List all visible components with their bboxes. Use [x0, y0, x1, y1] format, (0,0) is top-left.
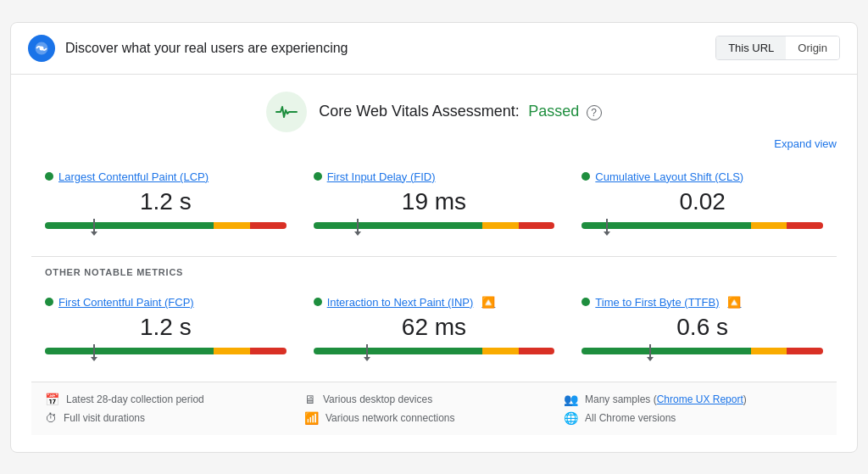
- metric-label[interactable]: Time to First Byte (TTFB) 🔼: [581, 296, 823, 309]
- metric-label-text: First Contentful Paint (FCP): [58, 296, 194, 309]
- body: Core Web Vitals Assessment: Passed ? Exp…: [11, 75, 857, 452]
- bar-container: [45, 348, 287, 354]
- bar-red: [250, 348, 287, 354]
- bar-red: [519, 348, 555, 354]
- footer-item: ⏱ Full visit durations: [45, 411, 304, 425]
- bar-marker: [649, 344, 651, 358]
- bar-marker: [366, 344, 368, 358]
- footer-col: 👥 Many samples (Chrome UX Report) 🌐 All …: [564, 393, 823, 425]
- metric-item: First Contentful Paint (FCP) 1.2 s: [31, 286, 300, 368]
- assessment-text: Core Web Vitals Assessment: Passed ?: [319, 103, 601, 120]
- bar-track: [314, 222, 555, 229]
- bar-yellow: [751, 348, 787, 354]
- chrome-ux-link[interactable]: Chrome UX Report: [657, 393, 743, 405]
- footer-text: Various network connections: [326, 412, 455, 424]
- bar-marker: [357, 219, 359, 232]
- metric-label-text: Interaction to Next Paint (INP): [327, 296, 474, 309]
- footer-icon: 📶: [304, 411, 319, 425]
- header-title: Discover what your real users are experi…: [65, 41, 348, 56]
- footer-text: Various desktop devices: [323, 393, 432, 405]
- bar-marker: [93, 344, 95, 358]
- footer-col: 📅 Latest 28-day collection period ⏱ Full…: [45, 393, 304, 425]
- footer-icon: 🌐: [564, 411, 578, 425]
- metric-value: 0.6 s: [581, 314, 823, 341]
- footer-icon: 🖥: [304, 393, 316, 406]
- bar-container: [581, 222, 823, 229]
- pulse-icon: [266, 92, 307, 132]
- footer-col: 🖥 Various desktop devices 📶 Various netw…: [304, 393, 564, 425]
- metric-value: 1.2 s: [45, 188, 287, 215]
- bar-yellow: [214, 348, 250, 354]
- footer-item: 👥 Many samples (Chrome UX Report): [564, 393, 823, 406]
- metric-dot: [581, 172, 590, 181]
- other-metrics-label: OTHER NOTABLE METRICS: [31, 267, 837, 277]
- info-footer: 📅 Latest 28-day collection period ⏱ Full…: [31, 382, 837, 435]
- logo-icon: [28, 35, 55, 62]
- metric-dot: [45, 298, 53, 306]
- footer-icon: 📅: [45, 393, 59, 406]
- bar-yellow: [214, 222, 250, 229]
- bar-green: [314, 222, 482, 229]
- bar-container: [314, 348, 555, 354]
- metric-item: Cumulative Layout Shift (CLS) 0.02: [568, 160, 837, 243]
- header-left: Discover what your real users are experi…: [28, 35, 348, 62]
- expand-link[interactable]: Expand view: [774, 137, 837, 150]
- assessment-row: Core Web Vitals Assessment: Passed ?: [31, 92, 837, 132]
- metric-label-text: Cumulative Layout Shift (CLS): [595, 170, 743, 183]
- footer-text: Latest 28-day collection period: [66, 393, 204, 405]
- metric-label[interactable]: Interaction to Next Paint (INP) 🔼: [314, 296, 555, 309]
- assessment-status: Passed: [528, 103, 579, 120]
- footer-item: 📶 Various network connections: [304, 411, 564, 425]
- bar-container: [45, 222, 287, 229]
- metric-label[interactable]: First Contentful Paint (FCP): [45, 296, 287, 309]
- bar-green: [314, 348, 482, 354]
- divider: [31, 256, 837, 257]
- bar-yellow: [482, 348, 519, 354]
- assessment-label: Core Web Vitals Assessment:: [319, 103, 519, 120]
- metric-item: Largest Contentful Paint (LCP) 1.2 s: [31, 160, 300, 243]
- footer-item: 🌐 All Chrome versions: [564, 411, 823, 425]
- warning-icon: 🔼: [727, 296, 741, 309]
- warning-icon: 🔼: [481, 296, 495, 309]
- expand-row: Expand view: [31, 137, 837, 150]
- metric-item: First Input Delay (FID) 19 ms: [300, 160, 569, 243]
- footer-item: 🖥 Various desktop devices: [304, 393, 564, 406]
- this-url-button[interactable]: This URL: [716, 36, 786, 59]
- metric-label-text: Largest Contentful Paint (LCP): [58, 170, 209, 183]
- footer-text: Many samples (Chrome UX Report): [585, 393, 747, 405]
- bar-track: [45, 222, 287, 229]
- bar-red: [787, 222, 823, 229]
- metric-value: 19 ms: [314, 188, 555, 215]
- metric-label[interactable]: First Input Delay (FID): [314, 170, 555, 183]
- metric-value: 0.02: [581, 188, 823, 215]
- bar-yellow: [482, 222, 519, 229]
- footer-text: Full visit durations: [64, 412, 145, 424]
- footer-icon: ⏱: [45, 411, 57, 425]
- help-icon[interactable]: ?: [587, 105, 602, 120]
- bar-green: [45, 348, 214, 354]
- svg-point-1: [40, 46, 44, 50]
- metric-value: 1.2 s: [45, 314, 287, 341]
- bar-track: [581, 222, 823, 229]
- metric-label[interactable]: Largest Contentful Paint (LCP): [45, 170, 287, 183]
- other-metrics-grid: First Contentful Paint (FCP) 1.2 s: [31, 286, 837, 368]
- header: Discover what your real users are experi…: [11, 23, 857, 75]
- bar-red: [787, 348, 823, 354]
- bar-red: [250, 222, 287, 229]
- core-metrics-grid: Largest Contentful Paint (LCP) 1.2 s: [31, 160, 837, 243]
- footer-text: All Chrome versions: [585, 412, 676, 424]
- main-card: Discover what your real users are experi…: [10, 22, 858, 453]
- bar-green: [581, 348, 750, 354]
- metric-item: Interaction to Next Paint (INP) 🔼 62 ms: [300, 286, 569, 368]
- bar-marker: [606, 219, 608, 232]
- url-toggle: This URL Origin: [715, 36, 840, 60]
- origin-button[interactable]: Origin: [786, 36, 839, 59]
- bar-green: [45, 222, 214, 229]
- bar-yellow: [751, 222, 787, 229]
- metric-label-text: Time to First Byte (TTFB): [595, 296, 719, 309]
- footer-item: 📅 Latest 28-day collection period: [45, 393, 304, 406]
- metric-label-text: First Input Delay (FID): [327, 170, 436, 183]
- metric-dot: [581, 298, 590, 306]
- metric-label[interactable]: Cumulative Layout Shift (CLS): [581, 170, 823, 183]
- metric-item: Time to First Byte (TTFB) 🔼 0.6 s: [568, 286, 837, 368]
